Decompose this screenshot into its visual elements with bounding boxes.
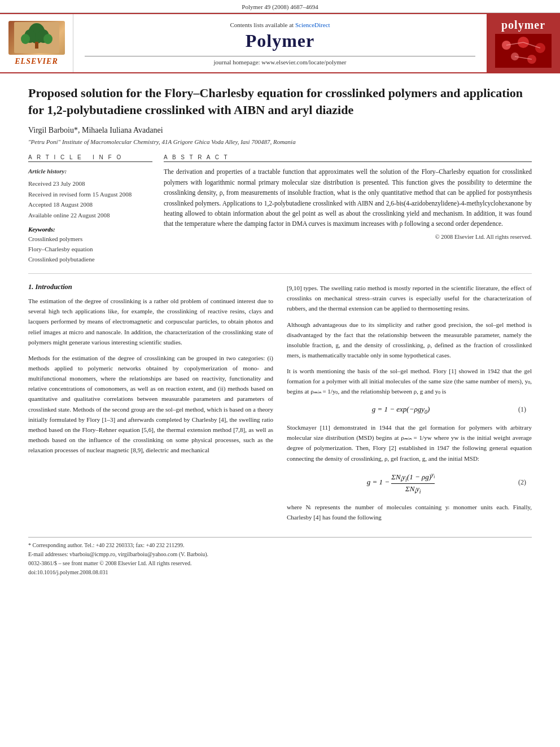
article-info-label: A R T I C L E I N F O — [28, 154, 152, 162]
right-para2: Although advantageous due to its simplic… — [287, 320, 532, 361]
eq2-text: g = 1 − ΣNiyi(1 − ρg)yi ΣNiyi — [367, 478, 435, 486]
journal-center-header: Contents lists available at ScienceDirec… — [73, 14, 487, 72]
intro-para1: The estimation of the degree of crosslin… — [28, 296, 273, 347]
svg-rect-4 — [35, 42, 38, 49]
keyword-2: Flory–Charlesby equation — [28, 244, 152, 255]
polymer-logo-block: polymer — [487, 14, 560, 72]
elsevier-wordmark: ELSEVIER — [15, 57, 58, 66]
body-right-col: [9,10] types. The swelling ratio method … — [287, 283, 532, 528]
eq1-text: g = 1 − exp(−ρgy0) — [372, 405, 430, 413]
abstract-col: A B S T R A C T The derivation and prope… — [164, 154, 532, 264]
journal-header: ELSEVIER Contents lists available at Sci… — [0, 13, 560, 73]
received-date: Received 23 July 2008 — [28, 179, 152, 189]
keywords-block: Keywords: Crosslinked polymers Flory–Cha… — [28, 226, 152, 264]
journal-title: Polymer — [246, 30, 315, 51]
available-date: Available online 22 August 2008 — [28, 211, 152, 221]
article-main: Proposed solution for the Flory–Charlesb… — [0, 73, 560, 588]
doi-line: doi:10.1016/j.polymer.2008.08.031 — [28, 568, 532, 577]
right-para1: [9,10] types. The swelling ratio method … — [287, 283, 532, 313]
right-para5: where Nᵢ represents the number of molecu… — [287, 502, 532, 522]
history-label: Article history: — [28, 167, 152, 177]
header-divider — [85, 56, 475, 56]
svg-point-5 — [21, 34, 30, 44]
authors: Virgil Barboiu*, Mihaela Iuliana Avadane… — [28, 126, 532, 135]
elsevier-tree-image — [8, 21, 65, 55]
page: Polymer 49 (2008) 4687–4694 ELSEVIER — [0, 0, 560, 747]
copyright: © 2008 Elsevier Ltd. All rights reserved… — [164, 234, 532, 240]
equation-2-block: g = 1 − ΣNiyi(1 − ρg)yi ΣNiyi (2) — [287, 469, 532, 497]
corresponding-author: * Corresponding author. Tel.: +40 232 26… — [28, 541, 532, 550]
polymer-journal-image — [495, 34, 552, 68]
eq2-number: (2) — [509, 478, 526, 487]
article-history: Article history: Received 23 July 2008 R… — [28, 167, 152, 220]
equation-1: g = 1 − exp(−ρgy0) — [292, 405, 509, 415]
revised-date: Received in revised form 15 August 2008 — [28, 190, 152, 200]
elsevier-logo-block: ELSEVIER — [0, 14, 73, 72]
body-left-col: 1. Introduction The estimation of the de… — [28, 283, 273, 528]
svg-point-6 — [43, 34, 53, 44]
body-content: 1. Introduction The estimation of the de… — [28, 283, 532, 528]
keywords-label: Keywords: — [28, 226, 152, 233]
journal-homepage: journal homepage: www.elsevier.com/locat… — [213, 59, 346, 65]
email-addresses: E-mail addresses: vbarboiu@icmpp.ro, vir… — [28, 550, 532, 559]
right-para3: It is worth mentioning the basis of the … — [287, 366, 532, 396]
section-separator — [28, 273, 532, 274]
footnote-section: * Corresponding author. Tel.: +40 232 26… — [28, 537, 532, 577]
intro-para2: Methods for the estimation of the degree… — [28, 353, 273, 455]
sciencedirect-link[interactable]: ScienceDirect — [295, 21, 330, 28]
polymer-wordmark: polymer — [501, 19, 545, 32]
abstract-label: A B S T R A C T — [164, 154, 532, 162]
equation-1-block: g = 1 − exp(−ρgy0) (1) — [287, 403, 532, 417]
affiliation: "Petru Poni" Institute of Macromolecular… — [28, 138, 532, 145]
article-info-abstract: A R T I C L E I N F O Article history: R… — [28, 154, 532, 264]
top-bar: Polymer 49 (2008) 4687–4694 — [0, 0, 560, 13]
issn-line: 0032-3861/$ – see front matter © 2008 El… — [28, 559, 532, 568]
keyword-3: Crosslinked polybutadiene — [28, 255, 152, 265]
intro-heading: 1. Introduction — [28, 283, 273, 291]
article-title: Proposed solution for the Flory–Charlesb… — [28, 85, 532, 118]
accepted-date: Accepted 18 August 2008 — [28, 200, 152, 210]
contents-line: Contents lists available at ScienceDirec… — [230, 21, 330, 28]
right-para4: Stockmayer [11] demonstrated in 1944 tha… — [287, 422, 532, 464]
article-info-col: A R T I C L E I N F O Article history: R… — [28, 154, 152, 264]
equation-2: g = 1 − ΣNiyi(1 − ρg)yi ΣNiyi — [292, 471, 509, 495]
keyword-1: Crosslinked polymers — [28, 234, 152, 244]
eq1-number: (1) — [509, 405, 526, 414]
abstract-text: The derivation and properties of a tract… — [164, 167, 532, 229]
volume-issue-label: Polymer 49 (2008) 4687–4694 — [242, 3, 318, 10]
